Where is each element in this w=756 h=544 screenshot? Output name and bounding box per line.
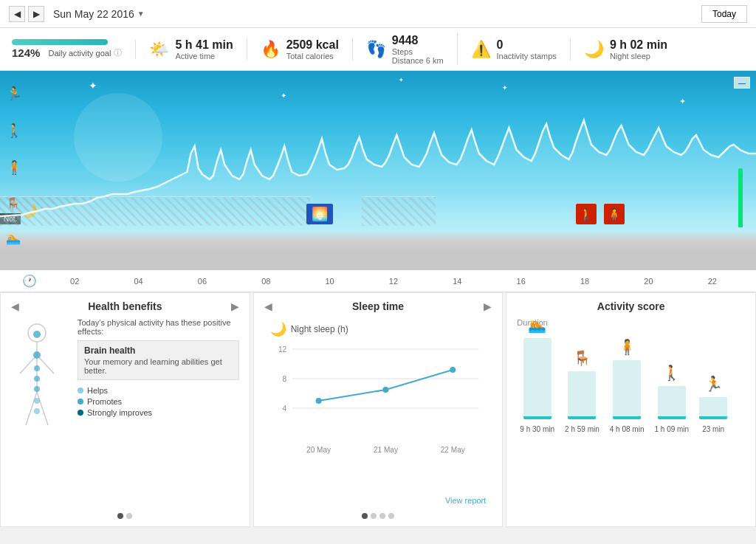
sleep-label: Night sleep xyxy=(610,52,667,61)
inactivity-val: 0 xyxy=(497,38,557,52)
inactivity-marker-1: 🚶 xyxy=(576,204,597,224)
time-tick-08: 08 xyxy=(234,277,298,286)
activity-bars: 🏊 9 h 30 min 🪑 2 h 59 min 🧍 xyxy=(517,330,745,433)
sleep-dot-4 xyxy=(388,513,394,519)
sleep-bar xyxy=(523,338,551,419)
steps-distance: Distance 6 km xyxy=(392,56,444,65)
svg-text:8: 8 xyxy=(282,375,286,383)
health-panel-dots xyxy=(11,513,239,519)
promotes-label: Promotes xyxy=(87,397,122,406)
steps-label: Steps xyxy=(392,47,444,56)
view-report-link[interactable]: View report xyxy=(445,496,486,505)
prev-button[interactable]: ◀ xyxy=(9,6,25,22)
star-deco: ✦ xyxy=(89,80,97,92)
goal-bar-wrap: 124% Daily activity goal ⓘ xyxy=(12,39,122,59)
health-legend: Helps Promotes Strongly improves xyxy=(78,386,239,417)
time-tick-14: 14 xyxy=(425,277,489,286)
sleep-prev[interactable]: ◀ xyxy=(264,300,272,312)
sleep-panel-dots xyxy=(264,513,492,519)
green-activity-bar xyxy=(738,168,743,227)
sleep-dot-1 xyxy=(362,513,368,519)
sleep-bar-time: 9 h 30 min xyxy=(520,425,554,433)
sit-bar xyxy=(568,371,596,419)
active-time-label: Active time xyxy=(175,52,233,61)
body-svg xyxy=(11,318,63,466)
next-button[interactable]: ▶ xyxy=(28,6,44,22)
time-tick-02: 02 xyxy=(43,277,106,286)
svg-point-11 xyxy=(34,386,40,392)
svg-point-23 xyxy=(382,387,388,393)
sit-bar-icon: 🪑 xyxy=(573,349,591,367)
calories-val: 2509 kcal xyxy=(286,38,339,52)
health-panel-header: ◀ Health benefits ▶ xyxy=(11,300,239,312)
svg-point-22 xyxy=(315,398,321,404)
goal-stat: 124% Daily activity goal ⓘ xyxy=(12,39,136,59)
active-time-icon: 🌤️ xyxy=(149,40,169,59)
brain-desc: Your memory and learning abilities get b… xyxy=(84,357,233,375)
run-bar-accent xyxy=(699,416,727,419)
helps-label: Helps xyxy=(87,386,108,395)
nav-date[interactable]: Sun May 22 2016 ▼ xyxy=(53,8,145,20)
svg-point-9 xyxy=(34,365,40,371)
strongly-label: Strongly improves xyxy=(87,408,152,417)
inactivity-marker-2: 🧍 xyxy=(604,204,625,224)
active-time-stat: 🌤️ 5 h 41 min Active time xyxy=(136,38,247,61)
today-button[interactable]: Today xyxy=(701,5,747,23)
sleep-text: 9 h 02 min Night sleep xyxy=(610,38,667,61)
svg-point-10 xyxy=(34,376,40,382)
walk-bar xyxy=(658,386,686,419)
svg-line-3 xyxy=(20,355,37,373)
time-axis: 🕐 02 04 06 08 10 12 14 16 18 20 22 xyxy=(0,270,756,292)
health-intro: Today's physical activity has these posi… xyxy=(78,318,239,336)
svg-point-8 xyxy=(33,351,41,359)
svg-text:22 May: 22 May xyxy=(440,446,464,454)
goal-text: Daily activity goal xyxy=(48,49,111,58)
bar-stand: 🧍 4 h 08 min xyxy=(610,338,645,433)
health-prev[interactable]: ◀ xyxy=(11,300,19,312)
minimize-button[interactable]: — xyxy=(734,77,750,89)
health-content: Today's physical activity has these posi… xyxy=(11,318,239,509)
view-report-wrap: View report xyxy=(270,495,487,506)
sleep-next[interactable]: ▶ xyxy=(484,300,492,312)
sleep-panel: ◀ Sleep time ▶ 🌙 Night sleep (h) 12 8 4 xyxy=(253,292,504,527)
svg-line-4 xyxy=(37,355,54,373)
star-deco: ✦ xyxy=(679,97,686,106)
activity-title: Activity score xyxy=(517,300,745,312)
dot-2 xyxy=(126,513,132,519)
goal-label: 124% Daily activity goal ⓘ xyxy=(12,47,122,59)
stand-bar xyxy=(613,360,641,419)
sleep-icon: 🌙 xyxy=(584,40,604,59)
inactivity-label: Inactivity stamps xyxy=(497,52,557,61)
health-next[interactable]: ▶ xyxy=(231,300,239,312)
stand-bar-time: 4 h 08 min xyxy=(610,425,645,433)
svg-line-21 xyxy=(385,370,453,390)
star-deco: ✦ xyxy=(502,84,508,92)
steps-val: 9448 xyxy=(392,33,444,47)
svg-marker-0 xyxy=(0,120,756,227)
time-tick-04: 04 xyxy=(106,277,170,286)
brain-title: Brain health xyxy=(84,345,233,356)
svg-text:21 May: 21 May xyxy=(374,446,398,454)
calories-stat: 🔥 2509 kcal Total calories xyxy=(247,38,353,61)
time-tick-20: 20 xyxy=(616,277,680,286)
goal-bar-container xyxy=(12,39,108,45)
legend-promotes: Promotes xyxy=(78,397,239,406)
sleep-val: 9 h 02 min xyxy=(610,38,667,52)
svg-text:4: 4 xyxy=(282,404,286,413)
run-bar-time: 23 min xyxy=(702,425,724,433)
svg-point-13 xyxy=(34,408,40,414)
time-clock-icon: 🕐 xyxy=(22,274,37,288)
bar-run: 🏃 23 min xyxy=(699,375,727,433)
swim-icon: 🏊 xyxy=(6,231,22,245)
dot-1 xyxy=(117,513,123,519)
sunrise-marker: 🌅 xyxy=(306,204,333,224)
active-time-text: 5 h 41 min Active time xyxy=(175,38,233,61)
date-label: Sun May 22 2016 xyxy=(53,8,134,20)
inactivity-text: 0 Inactivity stamps xyxy=(497,38,557,61)
activity-chart: ✦ ✦ ✦ ✦ ✦ 🏃 🚶 🧍 🪑 🏊 🌙 Not. 🚶 🧍 xyxy=(0,71,756,270)
star-deco: ✦ xyxy=(399,77,404,83)
time-tick-18: 18 xyxy=(553,277,616,286)
goal-pct: 124% xyxy=(12,47,40,59)
stats-row: 124% Daily activity goal ⓘ 🌤️ 5 h 41 min… xyxy=(0,28,756,71)
date-chevron: ▼ xyxy=(137,10,145,18)
